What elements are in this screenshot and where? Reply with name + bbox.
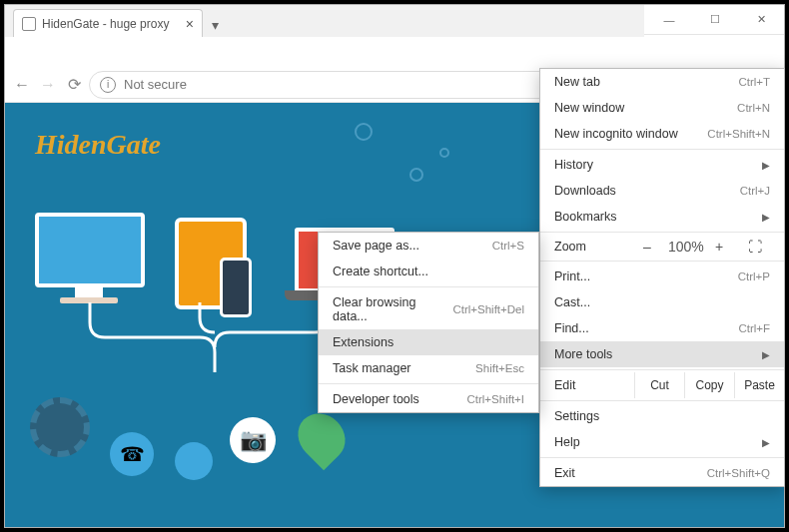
map-pin-icon bbox=[289, 404, 355, 470]
menu-copy[interactable]: Copy bbox=[684, 372, 734, 398]
tab-title: HidenGate - huge proxy bbox=[42, 17, 169, 31]
menu-help[interactable]: Help▶ bbox=[540, 429, 784, 455]
zoom-in-button[interactable]: + bbox=[704, 239, 734, 255]
menu-save-page[interactable]: Save page as...Ctrl+S bbox=[319, 233, 538, 259]
connection-wires bbox=[80, 302, 340, 372]
menu-more-tools[interactable]: More tools▶ bbox=[540, 341, 784, 367]
close-tab-icon[interactable]: × bbox=[186, 16, 194, 32]
close-window-button[interactable]: ✕ bbox=[738, 5, 784, 34]
reload-button[interactable]: ⟳ bbox=[63, 74, 85, 96]
chevron-right-icon: ▶ bbox=[762, 437, 770, 448]
zoom-out-button[interactable]: – bbox=[632, 239, 662, 255]
menu-settings[interactable]: Settings bbox=[540, 403, 784, 429]
menu-new-window[interactable]: New windowCtrl+N bbox=[540, 95, 784, 121]
active-tab[interactable]: HidenGate - huge proxy × bbox=[13, 9, 203, 37]
decor-circle bbox=[355, 123, 373, 141]
menu-cast[interactable]: Cast... bbox=[540, 289, 784, 315]
menu-clear-browsing-data[interactable]: Clear browsing data...Ctrl+Shift+Del bbox=[319, 289, 538, 329]
menu-extensions[interactable]: Extensions bbox=[319, 329, 538, 355]
brand-logo: HidenGate bbox=[35, 129, 161, 161]
forward-button[interactable]: → bbox=[37, 74, 59, 96]
menu-downloads[interactable]: DownloadsCtrl+J bbox=[540, 178, 784, 204]
menu-print[interactable]: Print...Ctrl+P bbox=[540, 264, 784, 289]
chevron-right-icon: ▶ bbox=[762, 160, 770, 171]
menu-new-incognito[interactable]: New incognito windowCtrl+Shift+N bbox=[540, 121, 784, 147]
url-label: Not secure bbox=[124, 77, 187, 92]
menu-developer-tools[interactable]: Developer toolsCtrl+Shift+I bbox=[319, 386, 538, 412]
menu-new-tab[interactable]: New tabCtrl+T bbox=[540, 69, 784, 95]
decor-circle bbox=[409, 168, 423, 182]
chevron-right-icon: ▶ bbox=[762, 349, 770, 360]
menu-edit-row: Edit Cut Copy Paste bbox=[540, 372, 784, 398]
menu-task-manager[interactable]: Task managerShift+Esc bbox=[319, 355, 538, 381]
menu-history[interactable]: History▶ bbox=[540, 152, 784, 178]
menu-exit[interactable]: ExitCtrl+Shift+Q bbox=[540, 460, 784, 486]
bag-circle-icon bbox=[175, 442, 213, 480]
menu-paste[interactable]: Paste bbox=[734, 372, 784, 398]
zoom-value: 100% bbox=[668, 239, 698, 255]
fullscreen-button[interactable]: ⛶ bbox=[740, 239, 770, 255]
chevron-right-icon: ▶ bbox=[762, 212, 770, 223]
maximize-button[interactable]: ☐ bbox=[692, 5, 738, 34]
menu-create-shortcut[interactable]: Create shortcut... bbox=[319, 259, 538, 284]
gear-icon bbox=[30, 397, 90, 457]
decor-circle bbox=[439, 148, 449, 158]
page-favicon bbox=[22, 17, 36, 31]
main-menu: New tabCtrl+T New windowCtrl+N New incog… bbox=[539, 68, 785, 487]
phone-circle-icon: ☎ bbox=[110, 432, 154, 476]
new-tab-button[interactable]: ▾ bbox=[205, 17, 225, 37]
menu-bookmarks[interactable]: Bookmarks▶ bbox=[540, 204, 784, 230]
camera-circle-icon: 📷 bbox=[230, 417, 276, 463]
tab-strip: HidenGate - huge proxy × ▾ bbox=[5, 5, 644, 37]
site-info-icon[interactable]: i bbox=[100, 77, 116, 93]
minimize-button[interactable]: — bbox=[646, 5, 692, 34]
monitor-icon bbox=[35, 213, 145, 287]
menu-find[interactable]: Find...Ctrl+F bbox=[540, 315, 784, 341]
more-tools-submenu: Save page as...Ctrl+S Create shortcut...… bbox=[318, 232, 539, 413]
menu-zoom: Zoom – 100% + ⛶ bbox=[540, 235, 784, 259]
menu-cut[interactable]: Cut bbox=[634, 372, 684, 398]
back-button[interactable]: ← bbox=[11, 74, 33, 96]
